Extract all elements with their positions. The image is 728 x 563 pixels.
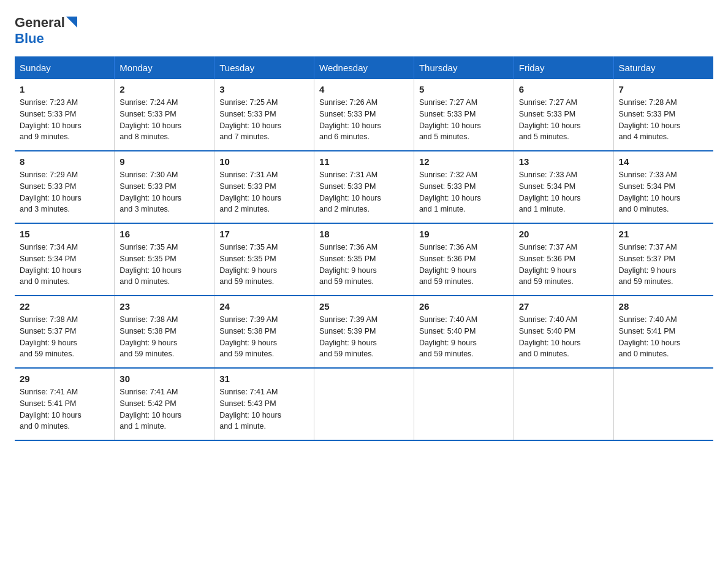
day-number: 7 — [619, 84, 708, 94]
calendar-cell — [314, 368, 414, 440]
calendar-cell: 31Sunrise: 7:41 AM Sunset: 5:43 PM Dayli… — [214, 368, 314, 440]
day-number: 22 — [20, 301, 109, 312]
day-info: Sunrise: 7:41 AM Sunset: 5:42 PM Dayligh… — [119, 386, 209, 432]
day-info: Sunrise: 7:33 AM Sunset: 5:34 PM Dayligh… — [519, 169, 609, 215]
calendar-cell: 17Sunrise: 7:35 AM Sunset: 5:35 PM Dayli… — [214, 223, 314, 296]
calendar-cell: 25Sunrise: 7:39 AM Sunset: 5:39 PM Dayli… — [314, 296, 414, 368]
day-info: Sunrise: 7:35 AM Sunset: 5:35 PM Dayligh… — [119, 242, 209, 288]
day-number: 13 — [519, 156, 609, 167]
calendar-cell: 12Sunrise: 7:32 AM Sunset: 5:33 PM Dayli… — [414, 151, 514, 223]
calendar-cell — [514, 368, 613, 440]
weekday-header-tuesday: Tuesday — [214, 56, 314, 79]
day-info: Sunrise: 7:41 AM Sunset: 5:43 PM Dayligh… — [219, 386, 309, 432]
calendar-cell: 28Sunrise: 7:40 AM Sunset: 5:41 PM Dayli… — [613, 296, 713, 368]
day-info: Sunrise: 7:38 AM Sunset: 5:37 PM Dayligh… — [20, 314, 109, 360]
calendar-row-0: 1Sunrise: 7:23 AM Sunset: 5:33 PM Daylig… — [15, 79, 713, 151]
day-info: Sunrise: 7:38 AM Sunset: 5:38 PM Dayligh… — [119, 314, 209, 360]
weekday-header-thursday: Thursday — [414, 56, 514, 79]
calendar-cell: 22Sunrise: 7:38 AM Sunset: 5:37 PM Dayli… — [15, 296, 115, 368]
calendar-cell: 26Sunrise: 7:40 AM Sunset: 5:40 PM Dayli… — [414, 296, 514, 368]
day-info: Sunrise: 7:31 AM Sunset: 5:33 PM Dayligh… — [219, 169, 309, 215]
calendar-row-1: 8Sunrise: 7:29 AM Sunset: 5:33 PM Daylig… — [15, 151, 713, 223]
day-number: 6 — [519, 84, 609, 94]
day-info: Sunrise: 7:31 AM Sunset: 5:33 PM Dayligh… — [319, 169, 409, 215]
day-number: 28 — [619, 301, 708, 312]
weekday-header-saturday: Saturday — [613, 56, 713, 79]
day-info: Sunrise: 7:24 AM Sunset: 5:33 PM Dayligh… — [119, 97, 209, 143]
day-number: 12 — [419, 156, 509, 167]
calendar-cell: 10Sunrise: 7:31 AM Sunset: 5:33 PM Dayli… — [214, 151, 314, 223]
day-number: 18 — [319, 229, 409, 239]
calendar-cell: 30Sunrise: 7:41 AM Sunset: 5:42 PM Dayli… — [115, 368, 214, 440]
day-number: 17 — [219, 229, 309, 239]
day-info: Sunrise: 7:39 AM Sunset: 5:39 PM Dayligh… — [319, 314, 409, 360]
day-info: Sunrise: 7:29 AM Sunset: 5:33 PM Dayligh… — [20, 169, 109, 215]
day-info: Sunrise: 7:30 AM Sunset: 5:33 PM Dayligh… — [119, 169, 209, 215]
calendar-cell: 27Sunrise: 7:40 AM Sunset: 5:40 PM Dayli… — [514, 296, 613, 368]
weekday-header-monday: Monday — [115, 56, 214, 79]
calendar-cell: 9Sunrise: 7:30 AM Sunset: 5:33 PM Daylig… — [115, 151, 214, 223]
calendar-cell: 3Sunrise: 7:25 AM Sunset: 5:33 PM Daylig… — [214, 79, 314, 151]
day-info: Sunrise: 7:35 AM Sunset: 5:35 PM Dayligh… — [219, 242, 309, 288]
day-number: 16 — [119, 229, 209, 239]
calendar-cell: 5Sunrise: 7:27 AM Sunset: 5:33 PM Daylig… — [414, 79, 514, 151]
day-info: Sunrise: 7:27 AM Sunset: 5:33 PM Dayligh… — [519, 97, 609, 143]
day-number: 23 — [119, 301, 209, 312]
day-info: Sunrise: 7:28 AM Sunset: 5:33 PM Dayligh… — [619, 97, 708, 143]
day-number: 15 — [20, 229, 109, 239]
calendar-cell: 23Sunrise: 7:38 AM Sunset: 5:38 PM Dayli… — [115, 296, 214, 368]
day-info: Sunrise: 7:39 AM Sunset: 5:38 PM Dayligh… — [219, 314, 309, 360]
calendar-cell — [613, 368, 713, 440]
day-number: 31 — [219, 373, 309, 384]
calendar-cell: 20Sunrise: 7:37 AM Sunset: 5:36 PM Dayli… — [514, 223, 613, 296]
day-info: Sunrise: 7:26 AM Sunset: 5:33 PM Dayligh… — [319, 97, 409, 143]
day-info: Sunrise: 7:40 AM Sunset: 5:40 PM Dayligh… — [419, 314, 509, 360]
calendar-cell — [414, 368, 514, 440]
calendar-cell: 19Sunrise: 7:36 AM Sunset: 5:36 PM Dayli… — [414, 223, 514, 296]
calendar-row-2: 15Sunrise: 7:34 AM Sunset: 5:34 PM Dayli… — [15, 223, 713, 296]
calendar-cell: 29Sunrise: 7:41 AM Sunset: 5:41 PM Dayli… — [15, 368, 115, 440]
logo-general-text: General — [15, 15, 65, 31]
day-info: Sunrise: 7:33 AM Sunset: 5:34 PM Dayligh… — [619, 169, 708, 215]
day-number: 19 — [419, 229, 509, 239]
day-number: 3 — [219, 84, 309, 94]
day-info: Sunrise: 7:40 AM Sunset: 5:41 PM Dayligh… — [619, 314, 708, 360]
day-info: Sunrise: 7:32 AM Sunset: 5:33 PM Dayligh… — [419, 169, 509, 215]
day-number: 4 — [319, 84, 409, 94]
calendar-cell: 15Sunrise: 7:34 AM Sunset: 5:34 PM Dayli… — [15, 223, 115, 296]
calendar-row-4: 29Sunrise: 7:41 AM Sunset: 5:41 PM Dayli… — [15, 368, 713, 440]
calendar-cell: 4Sunrise: 7:26 AM Sunset: 5:33 PM Daylig… — [314, 79, 414, 151]
calendar-cell: 8Sunrise: 7:29 AM Sunset: 5:33 PM Daylig… — [15, 151, 115, 223]
day-info: Sunrise: 7:36 AM Sunset: 5:35 PM Dayligh… — [319, 242, 409, 288]
day-number: 11 — [319, 156, 409, 167]
day-number: 26 — [419, 301, 509, 312]
day-number: 9 — [119, 156, 209, 167]
svg-marker-0 — [66, 17, 77, 28]
calendar-cell: 1Sunrise: 7:23 AM Sunset: 5:33 PM Daylig… — [15, 79, 115, 151]
day-number: 2 — [119, 84, 209, 94]
calendar-cell: 2Sunrise: 7:24 AM Sunset: 5:33 PM Daylig… — [115, 79, 214, 151]
day-number: 20 — [519, 229, 609, 239]
calendar-row-3: 22Sunrise: 7:38 AM Sunset: 5:37 PM Dayli… — [15, 296, 713, 368]
day-number: 24 — [219, 301, 309, 312]
day-info: Sunrise: 7:41 AM Sunset: 5:41 PM Dayligh… — [20, 386, 109, 432]
calendar-cell: 24Sunrise: 7:39 AM Sunset: 5:38 PM Dayli… — [214, 296, 314, 368]
calendar-cell: 11Sunrise: 7:31 AM Sunset: 5:33 PM Dayli… — [314, 151, 414, 223]
weekday-header-row: SundayMondayTuesdayWednesdayThursdayFrid… — [15, 56, 713, 79]
day-number: 5 — [419, 84, 509, 94]
day-number: 30 — [119, 373, 209, 384]
day-number: 8 — [20, 156, 109, 167]
day-number: 1 — [20, 84, 109, 94]
day-info: Sunrise: 7:27 AM Sunset: 5:33 PM Dayligh… — [419, 97, 509, 143]
logo-blue-text: Blue — [15, 31, 44, 46]
day-number: 14 — [619, 156, 708, 167]
calendar-cell: 21Sunrise: 7:37 AM Sunset: 5:37 PM Dayli… — [613, 223, 713, 296]
page-header: General Blue — [15, 15, 713, 47]
day-info: Sunrise: 7:23 AM Sunset: 5:33 PM Dayligh… — [20, 97, 109, 143]
calendar-cell: 14Sunrise: 7:33 AM Sunset: 5:34 PM Dayli… — [613, 151, 713, 223]
day-number: 27 — [519, 301, 609, 312]
logo-triangle-icon — [66, 17, 78, 29]
weekday-header-friday: Friday — [514, 56, 613, 79]
day-info: Sunrise: 7:25 AM Sunset: 5:33 PM Dayligh… — [219, 97, 309, 143]
calendar-cell: 16Sunrise: 7:35 AM Sunset: 5:35 PM Dayli… — [115, 223, 214, 296]
